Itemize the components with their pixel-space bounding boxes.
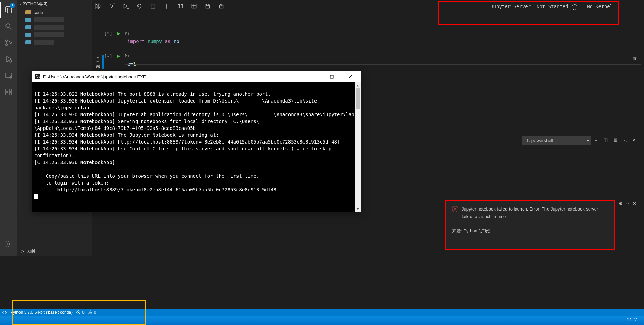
markdown-toggle[interactable]: M↓ — [125, 31, 130, 36]
scroll-thumb[interactable] — [356, 88, 360, 109]
jupyter-server-status[interactable]: Jupyter Server: Not Started — [490, 4, 568, 9]
cmd-titlebar[interactable]: C:\ D:\Users\ \Anaconda3\Scripts\jupyter… — [32, 71, 361, 82]
new-terminal-icon[interactable]: ＋ — [594, 137, 600, 144]
kernel-status[interactable]: No Kernel — [587, 4, 613, 9]
cmd-window: C:\ D:\Users\ \Anaconda3\Scripts\jupyter… — [32, 71, 361, 212]
interrupt-icon[interactable] — [150, 3, 156, 9]
chevron-down-icon[interactable]: ﹀ — [626, 201, 630, 207]
svg-rect-13 — [5, 93, 8, 95]
save-icon[interactable] — [205, 3, 211, 9]
svg-rect-30 — [207, 4, 209, 6]
pin-icon[interactable] — [618, 318, 623, 323]
variable-icon[interactable] — [191, 3, 197, 9]
status-bar: Python 3.7.0 64-bit ('base': conda) 0 0 — [0, 309, 644, 316]
taskbar-clock[interactable]: 14:27 — [627, 317, 637, 322]
search-icon[interactable] — [0, 18, 17, 35]
outline-label: 大纲 — [26, 248, 35, 254]
svg-marker-16 — [96, 4, 98, 9]
extensions-icon[interactable] — [0, 84, 17, 100]
run-cell-icon[interactable]: ▶ — [117, 31, 120, 36]
explorer-icon[interactable]: 1 — [0, 2, 17, 18]
svg-rect-34 — [330, 75, 333, 78]
svg-marker-7 — [7, 56, 11, 62]
remote-icon[interactable] — [0, 67, 17, 84]
error-icon: ✕ — [452, 206, 458, 212]
add-cell-icon[interactable] — [164, 3, 170, 9]
svg-point-5 — [6, 44, 8, 46]
terminal-dropdown[interactable]: 1: powershell — [522, 136, 591, 145]
sidebar-folder-item[interactable]: code — [23, 9, 92, 16]
svg-line-3 — [10, 27, 12, 29]
cmd-body[interactable]: [I 14:26:33.822 NotebookApp] The port 88… — [32, 82, 361, 212]
clear-outputs-icon[interactable] — [177, 3, 183, 9]
cursor — [34, 194, 38, 199]
split-terminal-icon[interactable]: ◫ — [604, 137, 610, 144]
svg-point-15 — [8, 243, 10, 245]
scroll-down-icon[interactable]: ▼ — [355, 206, 361, 212]
python-version[interactable]: Python 3.7.0 64-bit ('base': conda) — [10, 310, 73, 315]
run-debug-icon[interactable] — [0, 51, 17, 67]
svg-rect-9 — [5, 73, 12, 77]
run-cell-icon[interactable]: ▶ — [117, 54, 120, 58]
svg-rect-12 — [9, 89, 12, 91]
markdown-toggle[interactable]: M↓ — [125, 54, 130, 58]
error-notification: ✕ Jupyter notebook failed to launch. Err… — [445, 200, 615, 250]
settings-gear-icon[interactable] — [0, 236, 17, 252]
windows-taskbar[interactable]: 14:27 — [0, 316, 644, 325]
cell-prompt: [*] — [102, 31, 112, 36]
cmd-scrollbar[interactable]: ▲ ▼ — [355, 82, 361, 212]
code-line-1[interactable]: import numpy as np — [92, 39, 644, 44]
svg-marker-17 — [98, 4, 101, 9]
chevron-down-icon: › — [18, 4, 22, 5]
svg-marker-20 — [124, 4, 127, 8]
trash-icon[interactable]: 🗑 — [613, 137, 619, 144]
outline-section[interactable]: > 大纲 — [17, 247, 92, 256]
cmd-icon: C:\ — [35, 74, 40, 79]
svg-rect-25 — [178, 4, 180, 8]
activity-bar: 1 — [0, 0, 17, 256]
close-icon[interactable]: ✕ — [633, 201, 636, 207]
explorer-badge: 1 — [10, 3, 15, 8]
restart-icon[interactable] — [136, 3, 142, 9]
code-line-2[interactable]: a=1 — [92, 61, 644, 67]
svg-rect-11 — [5, 89, 8, 91]
svg-rect-27 — [192, 4, 196, 8]
cell-move-arrows[interactable]: ︿﹀⊕ — [96, 55, 100, 69]
cell-2[interactable]: [-] ▶ M↓ — [92, 51, 644, 61]
export-icon[interactable] — [218, 3, 224, 9]
svg-point-4 — [6, 40, 8, 42]
maximize-icon[interactable]: ︿ — [623, 137, 629, 144]
maximize-button[interactable] — [324, 71, 339, 82]
svg-point-8 — [10, 60, 12, 62]
remote-indicator[interactable] — [2, 310, 7, 315]
notification-source: 来源: Python (扩展) — [452, 228, 608, 234]
source-control-icon[interactable] — [0, 35, 17, 51]
plug-icon — [572, 4, 577, 10]
warnings-count[interactable]: 0 — [88, 310, 96, 315]
sidebar-file-item[interactable] — [23, 39, 92, 46]
scroll-up-icon[interactable]: ▲ — [355, 82, 361, 88]
svg-marker-18 — [110, 4, 113, 8]
svg-rect-14 — [9, 93, 12, 95]
minimize-button[interactable] — [305, 71, 321, 82]
sidebar-header[interactable]: › PYTHON学习 — [17, 0, 92, 9]
cell-1[interactable]: [*] ▶ M↓ — [92, 28, 644, 39]
run-below-icon[interactable] — [123, 3, 129, 9]
sidebar-file-item[interactable] — [23, 16, 92, 24]
svg-rect-26 — [181, 4, 183, 8]
chevron-right-icon: > — [21, 249, 24, 254]
run-all-icon[interactable] — [95, 3, 101, 9]
sidebar-title: PYTHON学习 — [22, 1, 48, 7]
close-panel-icon[interactable]: ✕ — [632, 137, 639, 144]
close-button[interactable] — [342, 71, 358, 82]
cmd-title: D:\Users\ \Anaconda3\Scripts\jupyter-not… — [43, 74, 302, 79]
sidebar-file-item[interactable] — [23, 31, 92, 39]
sidebar-file-item[interactable] — [23, 24, 92, 31]
delete-cell-icon[interactable]: 🗑 — [633, 56, 637, 61]
gear-icon[interactable]: ⚙ — [619, 201, 623, 207]
errors-count[interactable]: 0 — [76, 310, 85, 315]
notification-text: Jupyter notebook failed to launch. Error… — [462, 205, 608, 220]
active-cell-indicator — [102, 55, 104, 69]
jupyter-status-box: Jupyter Server: Not Started | No Kernel — [438, 1, 619, 25]
run-above-icon[interactable] — [109, 3, 115, 9]
